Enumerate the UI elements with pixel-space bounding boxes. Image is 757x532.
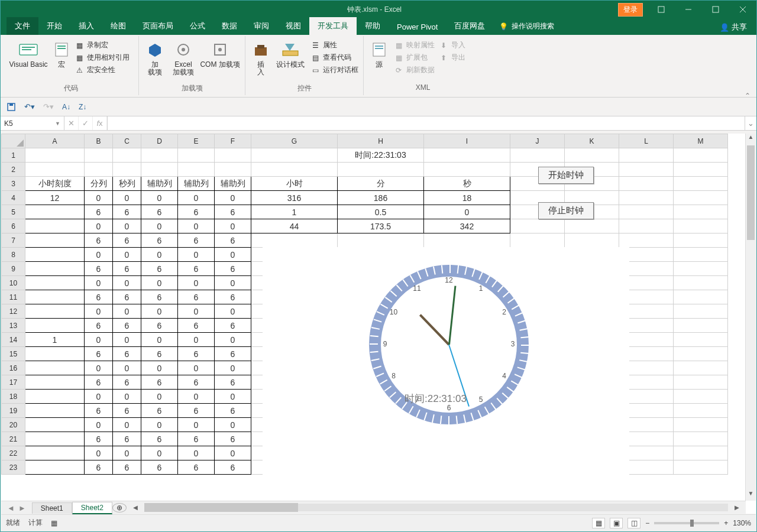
cell-L1[interactable] xyxy=(619,148,674,163)
col-header-M[interactable]: M xyxy=(674,134,728,148)
cell-D18[interactable]: 0 xyxy=(141,390,178,404)
col-header-B[interactable]: B xyxy=(85,134,113,148)
macro-security-button[interactable]: ⚠宏安全性 xyxy=(73,64,131,76)
cell-M11[interactable] xyxy=(674,290,728,304)
cell-B6[interactable]: 0 xyxy=(85,219,113,233)
cell-F18[interactable]: 0 xyxy=(215,390,251,404)
add-sheet-button[interactable]: ⊕ xyxy=(112,503,127,512)
cell-E2[interactable] xyxy=(178,163,215,177)
cell-M23[interactable] xyxy=(674,460,728,475)
row-header-9[interactable]: 9 xyxy=(2,262,25,276)
cell-E17[interactable]: 6 xyxy=(178,375,215,390)
tab-scroll-left-icon[interactable]: ◄ xyxy=(7,504,15,512)
cell-I5[interactable]: 0 xyxy=(424,205,510,219)
tab-baidu[interactable]: 百度网盘 xyxy=(446,17,493,35)
cell-C13[interactable]: 6 xyxy=(113,319,141,333)
close-icon[interactable] xyxy=(729,1,756,18)
cell-D13[interactable]: 6 xyxy=(141,319,178,333)
cell-D11[interactable]: 6 xyxy=(141,290,178,304)
row-header-22[interactable]: 22 xyxy=(2,446,25,460)
cell-B18[interactable]: 0 xyxy=(85,390,113,404)
cell-E21[interactable]: 6 xyxy=(178,432,215,446)
cell-D21[interactable]: 6 xyxy=(141,432,178,446)
macros-button[interactable]: 宏 xyxy=(51,37,72,69)
cell-D3[interactable]: 辅助列 xyxy=(141,177,178,191)
cell-C10[interactable]: 0 xyxy=(113,276,141,290)
cell-B10[interactable]: 0 xyxy=(85,276,113,290)
tab-developer[interactable]: 开发工具 xyxy=(309,17,357,35)
cell-B7[interactable]: 6 xyxy=(85,233,113,248)
cell-C6[interactable]: 0 xyxy=(113,219,141,233)
save-icon[interactable] xyxy=(7,102,16,112)
cell-L2[interactable] xyxy=(619,163,674,177)
cell-M2[interactable] xyxy=(674,163,728,177)
cell-C21[interactable]: 6 xyxy=(113,432,141,446)
visual-basic-button[interactable]: Visual Basic xyxy=(7,37,50,69)
cell-M6[interactable] xyxy=(674,219,728,233)
cell-I4[interactable]: 18 xyxy=(424,191,510,205)
cell-E11[interactable]: 6 xyxy=(178,290,215,304)
cell-F17[interactable]: 6 xyxy=(215,375,251,390)
cell-F20[interactable]: 0 xyxy=(215,418,251,432)
cell-M17[interactable] xyxy=(674,375,728,390)
cell-B12[interactable]: 0 xyxy=(85,304,113,319)
cell-A13[interactable] xyxy=(25,319,85,333)
vertical-scrollbar[interactable]: ▲ ▼ xyxy=(745,134,756,501)
cell-I3[interactable]: 秒 xyxy=(424,177,510,191)
cell-E14[interactable]: 0 xyxy=(178,333,215,347)
chevron-down-icon[interactable]: ▼ xyxy=(55,121,60,126)
cell-A1[interactable] xyxy=(25,148,85,163)
cell-M21[interactable] xyxy=(674,432,728,446)
formula-input[interactable] xyxy=(108,116,745,130)
scroll-down-icon[interactable]: ▼ xyxy=(746,490,756,501)
cell-H3[interactable]: 分 xyxy=(338,177,424,191)
cell-L4[interactable] xyxy=(619,191,674,205)
cell-C11[interactable]: 6 xyxy=(113,290,141,304)
cell-J1[interactable] xyxy=(510,148,565,163)
cell-C5[interactable]: 6 xyxy=(113,205,141,219)
cell-B1[interactable] xyxy=(85,148,113,163)
normal-view-icon[interactable]: ▦ xyxy=(592,518,605,528)
row-header-10[interactable]: 10 xyxy=(2,276,25,290)
cell-F21[interactable]: 6 xyxy=(215,432,251,446)
cell-F23[interactable]: 6 xyxy=(215,460,251,475)
cell-M15[interactable] xyxy=(674,347,728,361)
cell-M7[interactable] xyxy=(674,233,728,248)
cell-C12[interactable]: 0 xyxy=(113,304,141,319)
cell-D4[interactable]: 0 xyxy=(141,191,178,205)
cell-J7[interactable] xyxy=(510,233,565,248)
cell-E5[interactable]: 6 xyxy=(178,205,215,219)
cell-F9[interactable]: 6 xyxy=(215,262,251,276)
cell-B19[interactable]: 6 xyxy=(85,404,113,418)
cell-C23[interactable]: 6 xyxy=(113,460,141,475)
tab-review[interactable]: 审阅 xyxy=(245,17,277,35)
col-header-K[interactable]: K xyxy=(565,134,619,148)
cell-G3[interactable]: 小时 xyxy=(251,177,338,191)
cell-D8[interactable]: 0 xyxy=(141,248,178,262)
cell-I2[interactable] xyxy=(424,163,510,177)
zoom-in-icon[interactable]: + xyxy=(724,519,728,527)
row-header-21[interactable]: 21 xyxy=(2,432,25,446)
cell-F1[interactable] xyxy=(215,148,251,163)
cell-E19[interactable]: 6 xyxy=(178,404,215,418)
cell-M8[interactable] xyxy=(674,248,728,262)
tell-me-search[interactable]: 💡 操作说明搜索 xyxy=(493,18,560,35)
cell-B4[interactable]: 0 xyxy=(85,191,113,205)
cell-E9[interactable]: 6 xyxy=(178,262,215,276)
row-header-16[interactable]: 16 xyxy=(2,361,25,375)
redo-icon[interactable]: ↷▾ xyxy=(43,102,54,111)
row-header-20[interactable]: 20 xyxy=(2,418,25,432)
cell-I1[interactable] xyxy=(424,148,510,163)
cell-E8[interactable]: 0 xyxy=(178,248,215,262)
cell-D7[interactable]: 6 xyxy=(141,233,178,248)
cell-A21[interactable] xyxy=(25,432,85,446)
col-header-F[interactable]: F xyxy=(215,134,251,148)
col-header-L[interactable]: L xyxy=(619,134,674,148)
cell-D6[interactable]: 0 xyxy=(141,219,178,233)
cell-C14[interactable]: 0 xyxy=(113,333,141,347)
col-header-C[interactable]: C xyxy=(113,134,141,148)
cell-D5[interactable]: 6 xyxy=(141,205,178,219)
cell-C2[interactable] xyxy=(113,163,141,177)
cell-C8[interactable]: 0 xyxy=(113,248,141,262)
page-layout-view-icon[interactable]: ▣ xyxy=(610,518,623,528)
